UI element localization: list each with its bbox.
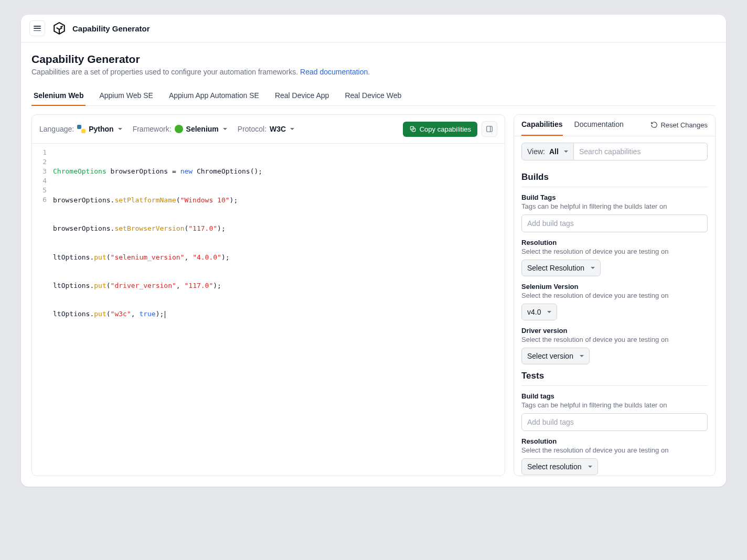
panel-right-icon: [486, 125, 493, 133]
field-desc: Tags can be helpful in filtering the bui…: [521, 202, 708, 210]
field-selenium-version: Selenium Version Select the resolution o…: [521, 283, 708, 320]
view-filter-select[interactable]: View: All: [521, 143, 574, 160]
brand-icon: [52, 21, 66, 35]
capabilities-panel: Capabilities Documentation Reset Changes…: [514, 114, 716, 476]
code-line: ltOptions.put("w3c", true);: [53, 309, 505, 319]
field-desc: Tags can be helpful in filtering the bui…: [521, 401, 708, 409]
line-number: 2: [32, 157, 47, 167]
language-value: Python: [89, 125, 113, 133]
copy-icon: [409, 125, 417, 133]
app-title: Capability Generator: [72, 24, 150, 33]
line-number: 1: [32, 148, 47, 157]
chevron-down-icon: [118, 128, 122, 130]
field-driver-version: Driver version Select the resolution of …: [521, 327, 708, 364]
protocol-label: Protocol:: [238, 125, 266, 133]
chevron-down-icon: [588, 466, 592, 468]
selenium-version-select[interactable]: v4.0: [521, 304, 557, 320]
framework-value: Selenium: [186, 125, 219, 133]
tab-real-device-app[interactable]: Real Device App: [273, 86, 332, 106]
page-title: Capability Generator: [31, 53, 716, 66]
code-line: browserOptions.setPlatformName("Windows …: [53, 196, 505, 205]
chevron-down-icon: [223, 128, 227, 130]
code-header-actions: Copy capabilities: [403, 121, 497, 137]
field-desc: Select the resolution of device you are …: [521, 336, 708, 343]
filter-row: View: All: [514, 136, 715, 167]
tab-appium-app-automation-se[interactable]: Appium App Automation SE: [167, 86, 261, 106]
section-builds-heading: Builds: [521, 172, 708, 187]
field-tests-build-tags: Build tags Tags can be helpful in filter…: [521, 392, 708, 431]
reset-label: Reset Changes: [660, 121, 708, 129]
code-panel: Language: Python Framework: Selenium Pro…: [31, 114, 505, 476]
code-header: Language: Python Framework: Selenium Pro…: [32, 115, 505, 144]
chevron-down-icon: [290, 128, 294, 130]
language-label: Language:: [39, 125, 74, 133]
code-line: browserOptions.setBrowserVersion("117.0"…: [53, 224, 505, 233]
selectors: Language: Python Framework: Selenium Pro…: [39, 125, 294, 133]
hamburger-icon: [34, 26, 41, 31]
copy-label: Copy capabilities: [420, 125, 471, 133]
dropdown-value: v4.0: [527, 308, 541, 316]
field-label: Resolution: [521, 239, 708, 246]
toggle-panel-button[interactable]: [482, 121, 497, 137]
reset-icon: [650, 121, 658, 128]
protocol-selector[interactable]: Protocol: W3C: [238, 125, 294, 133]
tab-documentation[interactable]: Documentation: [574, 120, 624, 136]
dropdown-value: Select version: [527, 352, 573, 360]
content-row: Language: Python Framework: Selenium Pro…: [21, 106, 726, 487]
logo: Capability Generator: [52, 21, 150, 35]
field-build-tags: Build Tags Tags can be helpful in filter…: [521, 193, 708, 232]
framework-label: Framework:: [133, 125, 172, 133]
field-desc: Select the resolution of device you are …: [521, 247, 708, 255]
tab-appium-web-se[interactable]: Appium Web SE: [97, 86, 155, 106]
tests-build-tags-input[interactable]: [521, 413, 708, 431]
field-tests-resolution: Resolution Select the resolution of devi…: [521, 437, 708, 475]
field-label: Selenium Version: [521, 283, 708, 290]
chevron-down-icon: [591, 267, 595, 269]
dropdown-value: Select resolution: [527, 462, 582, 471]
copy-capabilities-button[interactable]: Copy capabilities: [403, 122, 477, 137]
capabilities-scroll[interactable]: Builds Build Tags Tags can be helpful in…: [514, 167, 715, 476]
field-desc: Select the resolution of device you are …: [521, 446, 708, 454]
doc-link[interactable]: Read documentation.: [300, 68, 370, 76]
framework-selector[interactable]: Framework: Selenium: [133, 125, 227, 133]
code-area[interactable]: 1 2 3 4 5 6 ChromeOptions browserOptions…: [32, 144, 505, 476]
line-number: 5: [32, 186, 47, 195]
chevron-down-icon: [547, 311, 551, 313]
gutter: 1 2 3 4 5 6: [32, 148, 53, 471]
field-label: Build Tags: [521, 193, 708, 201]
svg-rect-2: [487, 126, 493, 132]
build-tags-input[interactable]: [521, 214, 708, 232]
field-label: Driver version: [521, 327, 708, 335]
field-desc: Select the resolution of device you are …: [521, 292, 708, 299]
subtitle-text: Capabilities are a set of properties use…: [31, 68, 300, 76]
menu-hamburger-button[interactable]: [29, 20, 45, 36]
field-resolution: Resolution Select the resolution of devi…: [521, 239, 708, 276]
code-lines: ChromeOptions browserOptions = new Chrom…: [53, 148, 505, 471]
protocol-value: W3C: [270, 125, 286, 133]
line-number: 3: [32, 167, 47, 176]
header-section: Capability Generator Capabilities are a …: [21, 42, 726, 106]
text-cursor: [165, 311, 165, 318]
line-number: 4: [32, 176, 47, 186]
page-subtitle: Capabilities are a set of properties use…: [31, 68, 716, 76]
tab-real-device-web[interactable]: Real Device Web: [343, 86, 403, 106]
tab-selenium-web[interactable]: Selenium Web: [31, 86, 86, 106]
tests-resolution-select[interactable]: Select resolution: [521, 458, 598, 475]
driver-version-select[interactable]: Select version: [521, 348, 590, 364]
tabs-row: Selenium Web Appium Web SE Appium App Au…: [31, 85, 716, 106]
language-selector[interactable]: Language: Python: [39, 125, 122, 133]
field-label: Resolution: [521, 437, 708, 445]
field-label: Build tags: [521, 392, 708, 400]
tab-capabilities[interactable]: Capabilities: [521, 120, 563, 136]
selenium-icon: [175, 125, 183, 133]
app-window: Capability Generator Capability Generato…: [21, 15, 726, 487]
reset-changes-button[interactable]: Reset Changes: [650, 121, 708, 135]
chevron-down-icon: [564, 150, 568, 153]
code-line: ltOptions.put("selenium_version", "4.0.0…: [53, 253, 505, 262]
section-tests-heading: Tests: [521, 371, 708, 386]
resolution-select[interactable]: Select Resolution: [521, 260, 601, 276]
search-capabilities-input[interactable]: [574, 143, 708, 160]
code-line: ltOptions.put("driver_version", "117.0")…: [53, 281, 505, 290]
dropdown-value: Select Resolution: [527, 264, 584, 272]
chevron-down-icon: [580, 355, 584, 357]
